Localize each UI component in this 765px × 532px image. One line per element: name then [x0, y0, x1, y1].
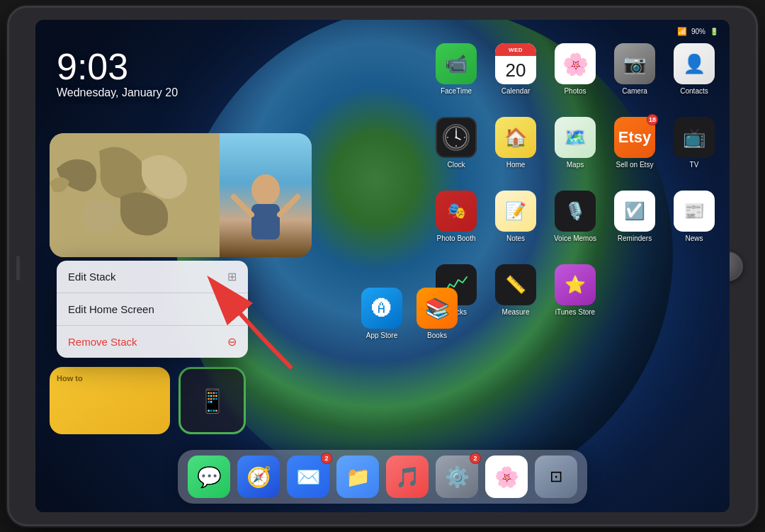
books-label: Books — [427, 332, 447, 339]
app-news[interactable]: 📰 News — [666, 185, 722, 256]
yellow-widget[interactable]: How to — [50, 367, 170, 434]
app-photobooth[interactable]: 🎭 Photo Booth — [428, 185, 484, 256]
app-grid: 📹 FaceTime WED 20 Calendar 🌸 Photos 📷 — [428, 38, 722, 329]
contacts-icon-img: 👤 — [674, 43, 715, 84]
app-camera[interactable]: 📷 Camera — [606, 38, 663, 108]
person-photo — [220, 133, 312, 257]
clock-label: Clock — [447, 161, 465, 169]
voicememos-icon-img: 🎙️ — [555, 191, 596, 232]
voicememos-label: Voice Memos — [554, 234, 596, 242]
app-photos[interactable]: 🌸 Photos — [547, 38, 604, 108]
wifi-icon: 📶 — [677, 27, 687, 36]
status-right: 📶 90% 🔋 — [677, 27, 718, 36]
menu-edit-homescreen[interactable]: Edit Home Screen ⊟ — [57, 293, 248, 326]
maps-label: Maps — [567, 161, 584, 169]
big-date-display: Wednesday, January 20 — [57, 86, 178, 99]
app-calendar[interactable]: WED 20 Calendar — [487, 38, 544, 108]
etsy-label: Sell on Etsy — [616, 161, 654, 169]
menu-remove-stack[interactable]: Remove Stack ⊖ — [57, 326, 248, 358]
dock-messages[interactable]: 💬 — [188, 455, 230, 498]
app-appstore[interactable]: 🅐 App Store — [361, 282, 402, 339]
clock-icon-img — [436, 117, 477, 158]
photos-label: Photos — [564, 87, 586, 95]
books-icon-img: 📚 — [416, 288, 458, 329]
tv-label: TV — [690, 161, 699, 169]
itunes-label: iTunes Store — [555, 308, 595, 316]
context-menu: Edit Stack ⊞ Edit Home Screen ⊟ Remove S… — [57, 261, 248, 358]
svg-rect-12 — [251, 204, 280, 239]
app-facetime[interactable]: 📹 FaceTime — [428, 38, 484, 108]
notes-label: Notes — [506, 234, 525, 242]
appstore-label: App Store — [366, 332, 397, 339]
bottom-widgets: How to 📱 — [50, 367, 246, 434]
mail-badge: 2 — [321, 453, 332, 464]
home-label: Home — [506, 161, 526, 169]
dock-safari2[interactable]: ⊡ — [535, 455, 577, 498]
dock-safari[interactable]: 🧭 — [237, 455, 280, 498]
app-maps[interactable]: 🗺️ Maps — [547, 111, 604, 182]
big-time-display: 9:03 — [57, 48, 178, 85]
big-clock: 9:03 Wednesday, January 20 — [57, 48, 178, 99]
app-itunes[interactable]: ⭐ iTunes Store — [547, 259, 604, 329]
app-tv[interactable]: 📺 TV — [666, 111, 722, 182]
app-contacts[interactable]: 👤 Contacts — [666, 38, 722, 108]
app-home[interactable]: 🏠 Home — [487, 111, 544, 182]
clock-face — [443, 124, 470, 151]
home-icon-img: 🏠 — [495, 117, 536, 158]
status-bar: 📶 90% 🔋 — [35, 20, 730, 43]
widget-area — [50, 133, 319, 257]
menu-edit-stack[interactable]: Edit Stack ⊞ — [57, 261, 248, 293]
itunes-icon-img: ⭐ — [555, 264, 596, 305]
facetime-label: FaceTime — [441, 87, 472, 95]
center-apps: 🅐 App Store 📚 Books — [361, 282, 458, 339]
camera-label: Camera — [622, 87, 647, 95]
news-label: News — [685, 234, 703, 242]
tv-icon-img: 📺 — [674, 117, 715, 158]
remove-stack-label: Remove Stack — [68, 336, 137, 348]
ipad-frame: 📶 90% 🔋 9:03 Wednesday, January 20 📹 Fac… — [7, 6, 758, 526]
app-books[interactable]: 📚 Books — [416, 282, 458, 339]
photobooth-icon-img: 🎭 — [436, 191, 477, 232]
dock-mail[interactable]: ✉️ 2 — [287, 455, 329, 498]
news-icon-img: 📰 — [674, 191, 715, 232]
settings-badge: 2 — [470, 453, 481, 464]
photos-icon-img: 🌸 — [555, 43, 596, 84]
side-button[interactable] — [16, 256, 20, 281]
ipad-screen: 📶 90% 🔋 9:03 Wednesday, January 20 📹 Fac… — [35, 20, 730, 512]
dock-photos[interactable]: 🌸 — [485, 455, 528, 498]
svg-point-3 — [455, 137, 458, 139]
camera-icon-img: 📷 — [614, 43, 655, 84]
dock: 💬 🧭 ✉️ 2 📁 🎵 ⚙️ 2 🌸 ⊡ — [178, 450, 587, 504]
edit-stack-icon: ⊞ — [227, 270, 237, 283]
calendar-icon-img: WED 20 — [495, 43, 536, 84]
app-measure[interactable]: 📏 Measure — [487, 259, 544, 329]
world-map — [50, 133, 220, 257]
app-etsy[interactable]: Etsy 18 Sell on Etsy — [606, 111, 663, 182]
battery-icon: 🔋 — [710, 28, 718, 35]
facetime-icon-img: 📹 — [436, 43, 477, 84]
app-reminders[interactable]: ☑️ Reminders — [606, 185, 663, 256]
edit-homescreen-icon: ⊟ — [227, 302, 237, 316]
app-clock[interactable]: Clock — [428, 111, 484, 182]
dock-music[interactable]: 🎵 — [386, 455, 429, 498]
calendar-label: Calendar — [502, 87, 531, 95]
edit-homescreen-label: Edit Home Screen — [68, 303, 154, 315]
measure-icon-img: 📏 — [495, 264, 536, 305]
appstore-icon-img: 🅐 — [361, 288, 402, 329]
notes-icon-img: 📝 — [495, 191, 536, 232]
dock-files[interactable]: 📁 — [336, 455, 379, 498]
photobooth-label: Photo Booth — [436, 234, 475, 242]
contacts-label: Contacts — [680, 87, 708, 95]
reminders-label: Reminders — [618, 234, 652, 242]
dock-settings[interactable]: ⚙️ 2 — [436, 455, 478, 498]
svg-point-11 — [251, 174, 280, 205]
world-clock-widget[interactable] — [50, 133, 312, 257]
app-voicememos[interactable]: 🎙️ Voice Memos — [547, 185, 604, 256]
mirror-widget[interactable]: 📱 — [178, 367, 246, 434]
etsy-badge: 18 — [647, 114, 658, 125]
etsy-icon-img: Etsy 18 — [614, 117, 655, 158]
measure-label: Measure — [502, 308, 530, 316]
calendar-day: 20 — [506, 56, 526, 84]
app-notes[interactable]: 📝 Notes — [487, 185, 544, 256]
reminders-icon-img: ☑️ — [614, 191, 655, 232]
